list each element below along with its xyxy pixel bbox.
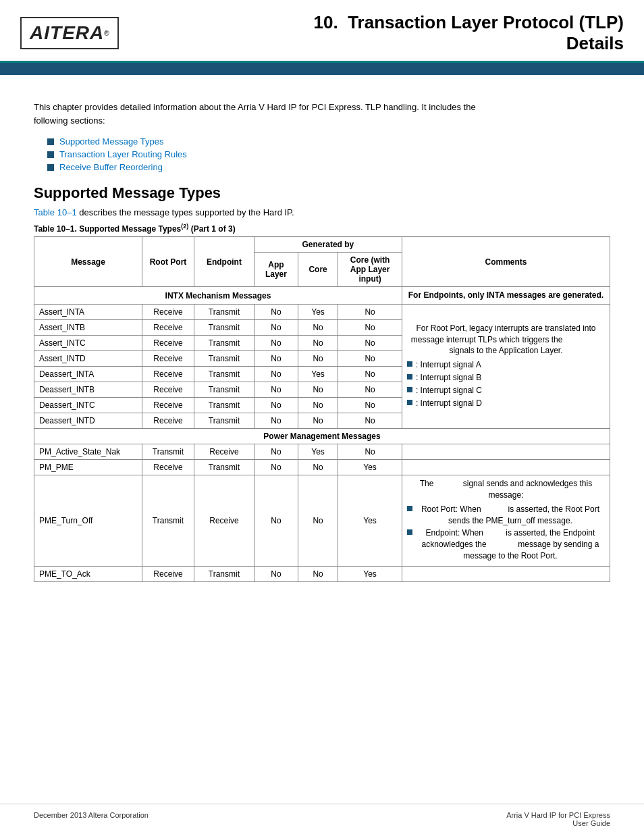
cell-core: Yes bbox=[298, 444, 338, 460]
cell-core: No bbox=[298, 398, 338, 413]
pme-bullet-text-2: Endpoint: When is asserted, the Endpoint… bbox=[416, 527, 605, 561]
toc-link-reordering[interactable]: Receive Buffer Reordering bbox=[59, 162, 163, 172]
intx-bullet-item-1: : Interrupt signal A bbox=[407, 359, 605, 371]
cell-core-app: No bbox=[338, 305, 402, 320]
cell-endpoint: Transmit bbox=[194, 566, 254, 581]
table-row: PM_PME Receive Transmit No No Yes bbox=[34, 460, 610, 475]
page-footer: December 2013 Altera Corporation Arria V… bbox=[0, 804, 644, 834]
cell-app: No bbox=[254, 413, 298, 429]
cell-message: PM_Active_State_Nak bbox=[34, 444, 142, 460]
cell-root: Receive bbox=[142, 398, 194, 413]
table-header-row-1: Message Root Port Endpoint Generated by … bbox=[34, 237, 610, 253]
logo-area: AITERA ® bbox=[20, 17, 128, 49]
cell-root: Transmit bbox=[142, 444, 194, 460]
power-section-row: Power Management Messages bbox=[34, 429, 610, 444]
pme-bullet-icon-1 bbox=[407, 506, 412, 511]
cell-core-app: Yes bbox=[338, 460, 402, 475]
cell-app: No bbox=[254, 351, 298, 367]
intx-bullet-text-3: : Interrupt signal C bbox=[416, 385, 482, 396]
toc-bullet-3 bbox=[47, 164, 54, 171]
table-ref-link[interactable]: Table 10–1 bbox=[34, 207, 77, 217]
cell-endpoint: Transmit bbox=[194, 398, 254, 413]
decorative-bar bbox=[0, 63, 644, 75]
th-message: Message bbox=[34, 237, 142, 287]
cell-root: Receive bbox=[142, 336, 194, 351]
cell-message: PM_PME bbox=[34, 460, 142, 475]
cell-comment bbox=[402, 460, 610, 475]
bullet-icon-1 bbox=[407, 361, 412, 367]
cell-app: No bbox=[254, 382, 298, 398]
intx-bullet-item-3: : Interrupt signal C bbox=[407, 385, 605, 396]
bullet-icon-3 bbox=[407, 387, 412, 392]
table-row-pme-turn-off: PME_Turn_Off Transmit Receive No No Yes … bbox=[34, 475, 610, 567]
cell-app: No bbox=[254, 444, 298, 460]
cell-endpoint: Receive bbox=[194, 444, 254, 460]
table-caption: Table 10–1. Supported Message Types(2) (… bbox=[34, 223, 610, 234]
cell-message: Deassert_INTC bbox=[34, 398, 142, 413]
intx-section-row: INTX Mechanism Messages For Endpoints, o… bbox=[34, 287, 610, 305]
altera-logo: AITERA ® bbox=[20, 17, 119, 49]
cell-core-app: No bbox=[338, 351, 402, 367]
cell-core-app: No bbox=[338, 382, 402, 398]
footer-right: Arria V Hard IP for PCI Express User Gui… bbox=[506, 811, 610, 827]
cell-core: No bbox=[298, 475, 338, 567]
bullet-icon-4 bbox=[407, 400, 412, 405]
cell-root: Transmit bbox=[142, 475, 194, 567]
intx-section-comment: For Endpoints, only INTA messages are ge… bbox=[402, 287, 610, 305]
cell-endpoint: Transmit bbox=[194, 351, 254, 367]
cell-core-app: No bbox=[338, 336, 402, 351]
cell-app: No bbox=[254, 305, 298, 320]
th-core: Core bbox=[298, 253, 338, 287]
intro-paragraph: This chapter provides detailed informati… bbox=[34, 101, 493, 127]
chapter-heading: 10. Transaction Layer Protocol (TLP) Det… bbox=[128, 12, 624, 54]
toc-bullet-2 bbox=[47, 151, 54, 158]
th-endpoint: Endpoint bbox=[194, 237, 254, 287]
cell-root: Receive bbox=[142, 351, 194, 367]
page-header: AITERA ® 10. Transaction Layer Protocol … bbox=[0, 0, 644, 63]
cell-app: No bbox=[254, 367, 298, 382]
intx-section-label: INTX Mechanism Messages bbox=[34, 287, 402, 305]
footer-right-line1: Arria V Hard IP for PCI Express bbox=[506, 811, 610, 819]
cell-core-app: No bbox=[338, 413, 402, 429]
cell-app: No bbox=[254, 320, 298, 336]
cell-endpoint: Transmit bbox=[194, 336, 254, 351]
table-row: PM_Active_State_Nak Transmit Receive No … bbox=[34, 444, 610, 460]
cell-message: Deassert_INTB bbox=[34, 382, 142, 398]
cell-message: Deassert_INTA bbox=[34, 367, 142, 382]
intx-right-comment: For Root Port, legacy interrupts are tra… bbox=[402, 305, 610, 429]
th-comments: Comments bbox=[402, 237, 610, 287]
toc-link-supported[interactable]: Supported Message Types bbox=[59, 136, 163, 147]
cell-message: Assert_INTC bbox=[34, 336, 142, 351]
cell-core-app: No bbox=[338, 320, 402, 336]
table-row: Assert_INTA Receive Transmit No Yes No F… bbox=[34, 305, 610, 320]
cell-app: No bbox=[254, 460, 298, 475]
chapter-title: 10. Transaction Layer Protocol (TLP) Det… bbox=[128, 12, 624, 54]
cell-root: Receive bbox=[142, 382, 194, 398]
cell-core: Yes bbox=[298, 305, 338, 320]
cell-comment bbox=[402, 444, 610, 460]
toc-item-2[interactable]: Transaction Layer Routing Rules bbox=[47, 149, 610, 159]
cell-root: Receive bbox=[142, 413, 194, 429]
cell-core: No bbox=[298, 351, 338, 367]
cell-core: No bbox=[298, 413, 338, 429]
cell-message: Assert_INTA bbox=[34, 305, 142, 320]
cell-root: Receive bbox=[142, 320, 194, 336]
main-content: This chapter provides detailed informati… bbox=[0, 75, 644, 595]
cell-core-app: No bbox=[338, 367, 402, 382]
intx-bullet-list: : Interrupt signal A : Interrupt signal … bbox=[407, 359, 605, 409]
cell-core: No bbox=[298, 460, 338, 475]
cell-message: Assert_INTB bbox=[34, 320, 142, 336]
toc-item-1[interactable]: Supported Message Types bbox=[47, 136, 610, 147]
cell-message: Assert_INTD bbox=[34, 351, 142, 367]
cell-app: No bbox=[254, 566, 298, 581]
pme-bullet-text-1: Root Port: When is asserted, the Root Po… bbox=[416, 504, 605, 527]
intx-bullet-text-4: : Interrupt signal D bbox=[416, 398, 482, 409]
cell-endpoint: Transmit bbox=[194, 460, 254, 475]
cell-endpoint: Transmit bbox=[194, 382, 254, 398]
cell-core-app: No bbox=[338, 444, 402, 460]
toc-link-routing[interactable]: Transaction Layer Routing Rules bbox=[59, 149, 187, 159]
toc-item-3[interactable]: Receive Buffer Reordering bbox=[47, 162, 610, 172]
footer-left: December 2013 Altera Corporation bbox=[34, 811, 149, 827]
intx-bullet-item-4: : Interrupt signal D bbox=[407, 398, 605, 409]
table-description: Table 10–1 describes the message types s… bbox=[34, 207, 610, 217]
